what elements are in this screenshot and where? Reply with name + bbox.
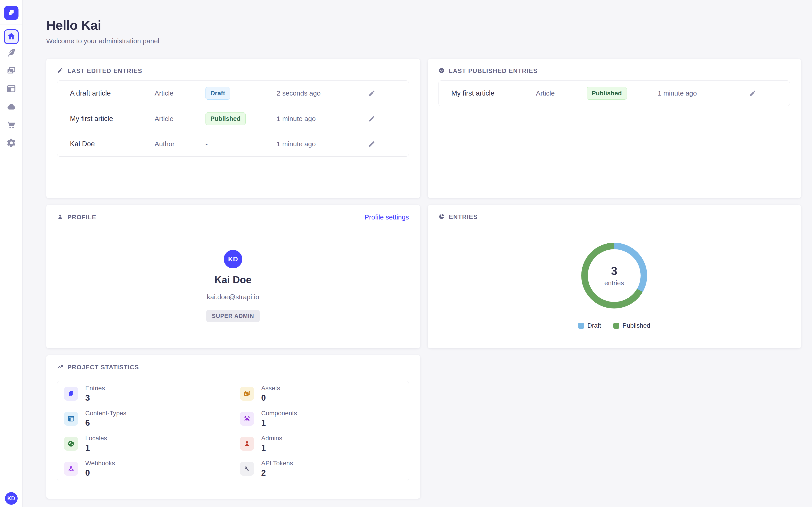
home-icon <box>7 32 16 42</box>
status-empty: - <box>205 140 208 148</box>
table-row[interactable]: Kai Doe Author - 1 minute ago <box>57 131 409 156</box>
donut-center-label: entries <box>604 279 624 287</box>
entry-name: My first article <box>70 115 155 123</box>
cloud-icon <box>6 102 16 113</box>
cart-icon <box>6 120 16 131</box>
empty-region <box>428 355 801 499</box>
stat-content-types: Content-Types 6 <box>57 406 233 431</box>
strapi-logo[interactable] <box>4 6 18 20</box>
table-row[interactable]: My first article Article Published 1 min… <box>439 81 790 106</box>
last-published-entries-card: LAST PUBLISHED ENTRIES My first article … <box>428 59 801 198</box>
role-badge: SUPER ADMIN <box>206 310 259 322</box>
entry-time: 1 minute ago <box>276 115 368 123</box>
pictures-icon <box>240 387 254 401</box>
entry-type: Article <box>155 115 205 123</box>
stat-webhooks: Webhooks 0 <box>57 456 233 481</box>
profile-card: PROFILE Profile settings KD Kai Doe kai.… <box>46 205 420 348</box>
page-title: Hello Kai <box>46 17 801 33</box>
status-cell: - <box>205 140 276 148</box>
stat-label: Components <box>261 410 297 417</box>
layout-icon <box>64 412 78 426</box>
section-title: PROJECT STATISTICS <box>67 364 139 371</box>
admin-user-icon <box>240 437 254 451</box>
stat-label: API Tokens <box>261 460 293 467</box>
stat-api-tokens: API Tokens 2 <box>233 456 409 481</box>
gear-icon <box>6 138 16 149</box>
person-icon <box>57 214 63 221</box>
stat-assets: Assets 0 <box>233 381 409 406</box>
feather-icon <box>6 48 16 59</box>
status-badge: Published <box>205 112 246 125</box>
last-edited-table: A draft article Article Draft 2 seconds … <box>57 80 409 157</box>
stat-admins: Admins 1 <box>233 431 409 456</box>
stat-label: Content-Types <box>85 410 126 417</box>
legend-item-published: Published <box>613 322 650 329</box>
edit-entry-button[interactable] <box>368 115 409 122</box>
sidebar-item-content-manager[interactable] <box>0 44 22 62</box>
status-cell: Draft <box>205 87 276 100</box>
entry-name: Kai Doe <box>70 140 155 148</box>
profile-email: kai.doe@strapi.io <box>207 293 259 301</box>
stat-label: Locales <box>85 435 107 442</box>
documents-icon <box>64 387 78 401</box>
last-edited-entries-card: LAST EDITED ENTRIES A draft article Arti… <box>46 59 420 198</box>
status-badge: Published <box>587 87 627 100</box>
stat-value: 3 <box>85 393 105 403</box>
entry-time: 2 seconds ago <box>276 90 368 97</box>
network-icon <box>240 412 254 426</box>
sidebar-item-content-type-builder[interactable] <box>0 80 22 98</box>
sidebar-item-media-library[interactable] <box>0 62 22 80</box>
stat-label: Admins <box>261 435 282 442</box>
stat-value: 1 <box>261 418 297 428</box>
entry-type: Author <box>155 140 205 148</box>
pie-chart-icon <box>439 213 445 221</box>
entry-name: My first article <box>451 89 536 97</box>
table-row[interactable]: My first article Article Published 1 min… <box>57 106 409 131</box>
stat-value: 6 <box>85 418 126 428</box>
status-badge: Draft <box>205 87 230 100</box>
sidebar-item-deploy[interactable] <box>0 98 22 116</box>
layout-icon <box>6 84 16 95</box>
sidebar-item-marketplace[interactable] <box>0 116 22 134</box>
strapi-logo-icon <box>7 8 15 17</box>
section-title: LAST EDITED ENTRIES <box>67 68 142 74</box>
stat-entries: Entries 3 <box>57 381 233 406</box>
globe-icon <box>64 437 78 451</box>
sidebar-item-settings[interactable] <box>0 134 22 152</box>
stat-label: Webhooks <box>85 460 115 467</box>
stat-value: 1 <box>261 443 282 453</box>
trending-up-icon <box>57 364 63 371</box>
stat-value: 2 <box>261 468 293 478</box>
profile-settings-link[interactable]: Profile settings <box>364 213 409 221</box>
stat-components: Components 1 <box>233 406 409 431</box>
stat-value: 0 <box>85 468 115 478</box>
avatar: KD <box>224 250 242 268</box>
last-published-table: My first article Article Published 1 min… <box>439 80 790 106</box>
edit-entry-button[interactable] <box>368 90 409 97</box>
edit-entry-button[interactable] <box>368 140 409 148</box>
images-icon <box>6 66 16 76</box>
project-statistics-card: PROJECT STATISTICS Entries 3 <box>46 355 420 499</box>
status-cell: Published <box>587 87 658 100</box>
chart-legend: Draft Published <box>578 322 650 329</box>
check-circle-icon <box>439 67 445 74</box>
key-icon <box>240 462 254 476</box>
legend-label: Published <box>622 322 650 329</box>
stat-label: Assets <box>261 385 280 392</box>
main-content: Hello Kai Welcome to your administration… <box>22 0 812 507</box>
table-row[interactable]: A draft article Article Draft 2 seconds … <box>57 81 409 106</box>
entry-time: 1 minute ago <box>276 140 368 148</box>
entries-chart-card: ENTRIES 3 entries Draft Publis <box>428 205 801 348</box>
stat-value: 0 <box>261 393 280 403</box>
donut-center-value: 3 <box>611 265 617 278</box>
sidebar-divider <box>0 24 22 25</box>
sidebar-user-avatar[interactable]: KD <box>5 492 17 505</box>
sidebar-item-home[interactable] <box>4 29 19 44</box>
stat-value: 1 <box>85 443 107 453</box>
legend-label: Draft <box>587 322 601 329</box>
stat-label: Entries <box>85 385 105 392</box>
page-subtitle: Welcome to your administration panel <box>46 37 801 45</box>
profile-name: Kai Doe <box>214 274 252 285</box>
edit-entry-button[interactable] <box>749 90 790 97</box>
section-title: ENTRIES <box>449 214 478 221</box>
